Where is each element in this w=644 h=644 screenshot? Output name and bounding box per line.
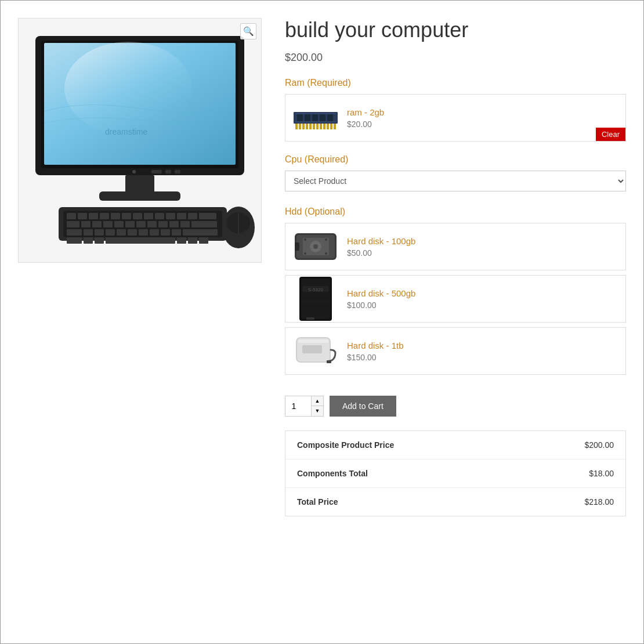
price-summary: Composite Product Price $200.00 Componen… [285,430,626,516]
svg-rect-13 [67,213,76,219]
product-image-wrapper: 🔍 [18,18,262,263]
svg-rect-61 [295,121,336,122]
hdd-100gb-name: Hard disk - 100gb [347,236,415,246]
svg-rect-52 [106,237,175,244]
hdd-500gb-image: S-5320 [292,281,339,316]
hdd-500gb-info: Hard disk - 500gb $100.00 [347,288,415,310]
svg-rect-46 [161,229,170,236]
quantity-up-button[interactable]: ▲ [312,396,323,406]
svg-rect-64 [312,114,318,121]
ram-price: $20.00 [347,120,384,129]
svg-rect-19 [133,213,142,219]
ram-info: ram - 2gb $20.00 [347,107,384,129]
page-container: 🔍 [0,0,644,644]
product-title: build your computer [285,18,626,42]
svg-rect-62 [297,114,303,121]
svg-rect-74 [320,124,322,129]
hdd-1tb-price: $150.00 [347,353,404,362]
svg-point-88 [325,252,327,255]
svg-rect-38 [67,229,82,236]
price-row-composite: Composite Product Price $200.00 [285,431,625,460]
svg-rect-71 [309,124,312,129]
svg-rect-18 [122,213,131,219]
svg-rect-26 [67,221,79,227]
hdd-500gb-price: $100.00 [347,301,415,310]
quantity-wrapper: ▲ ▼ [285,396,324,417]
hdd-card-100gb[interactable]: Hard disk - 100gb $50.00 [285,223,626,270]
hdd-card-1tb[interactable]: Hard disk - 1tb $150.00 [285,327,626,375]
hdd-1tb-image [292,334,339,368]
zoom-icon[interactable]: 🔍 [240,23,256,39]
svg-rect-72 [313,124,315,129]
hdd-500gb-name: Hard disk - 500gb [347,288,415,298]
hdd-section: Hdd (Optional) [285,207,626,379]
hdd-100gb-image [292,229,339,264]
svg-rect-65 [320,114,325,121]
svg-rect-27 [81,221,91,227]
svg-rect-20 [144,213,153,219]
quantity-input[interactable] [285,396,311,416]
product-details-section: build your computer $200.00 Ram (Require… [285,18,626,626]
cpu-select[interactable]: Select Product Intel Core i3 Intel Core … [285,171,626,191]
svg-rect-54 [188,237,197,244]
svg-rect-47 [172,229,181,236]
svg-rect-100 [302,345,322,353]
svg-rect-45 [150,229,159,236]
svg-rect-43 [128,229,137,236]
main-content: 🔍 [18,18,626,626]
svg-rect-36 [180,221,190,227]
hdd-cards: Hard disk - 100gb $50.00 [285,223,626,379]
svg-rect-69 [302,124,305,129]
svg-point-85 [304,238,306,241]
svg-point-87 [304,252,306,255]
hdd-1tb-name: Hard disk - 1tb [347,341,404,350]
svg-rect-25 [199,213,216,219]
ram-image [292,100,339,135]
svg-rect-50 [84,237,93,244]
svg-rect-40 [95,229,104,236]
svg-rect-15 [89,213,98,219]
ram-name: ram - 2gb [347,107,384,117]
svg-rect-41 [106,229,115,236]
cpu-section: Cpu (Required) Select Product Intel Core… [285,154,626,198]
price-row-total: Total Price $218.00 [285,488,625,516]
add-to-cart-button[interactable]: Add to Cart [330,396,396,417]
svg-rect-55 [199,237,208,244]
svg-rect-23 [177,213,186,219]
svg-rect-22 [166,213,175,219]
svg-rect-67 [295,124,298,129]
computer-illustration: dreamstime [19,19,261,262]
svg-rect-73 [316,124,319,129]
svg-point-7 [132,170,136,173]
price-row-components: Components Total $18.00 [285,460,625,488]
svg-text:S-5320: S-5320 [308,287,323,292]
svg-rect-78 [334,124,336,129]
svg-rect-34 [158,221,168,227]
svg-text:dreamstime: dreamstime [105,127,147,136]
svg-rect-24 [188,213,197,219]
quantity-down-button[interactable]: ▼ [312,406,323,416]
ram-clear-button[interactable]: Clear [596,128,625,141]
svg-rect-90 [301,278,330,319]
svg-rect-39 [84,229,93,236]
svg-rect-21 [155,213,164,219]
svg-rect-53 [177,237,186,244]
svg-rect-9 [165,170,171,173]
svg-rect-51 [95,237,104,244]
svg-rect-68 [299,124,301,129]
svg-rect-42 [117,229,126,236]
ram-card[interactable]: ram - 2gb $20.00 Clear [285,94,626,142]
composite-price-value: $200.00 [584,440,614,450]
ram-section: Ram (Required) [285,78,626,146]
cpu-section-title: Cpu (Required) [285,154,626,165]
product-image-section: 🔍 [18,18,262,626]
svg-rect-48 [183,229,218,236]
svg-rect-37 [191,221,217,227]
svg-rect-10 [175,170,180,173]
cart-controls: ▲ ▼ Add to Cart [285,396,626,417]
svg-rect-63 [305,114,310,121]
svg-rect-8 [151,170,162,173]
hdd-card-500gb[interactable]: S-5320 Hard disk - 500gb $100.00 [285,275,626,323]
svg-rect-30 [114,221,124,227]
svg-rect-75 [323,124,325,129]
